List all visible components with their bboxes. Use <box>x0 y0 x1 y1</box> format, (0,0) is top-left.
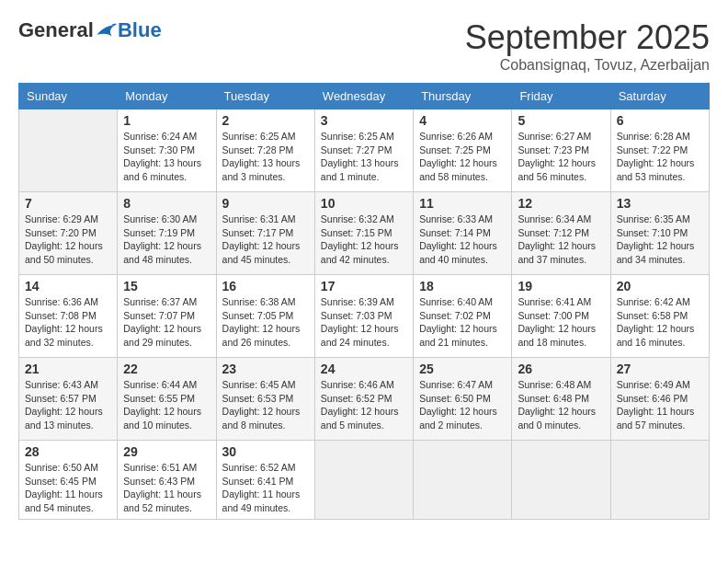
daylight-label: Daylight: 12 hours and 13 minutes. <box>25 406 103 431</box>
sunset-label: Sunset: 6:43 PM <box>123 476 195 487</box>
calendar-cell: 30 Sunrise: 6:52 AM Sunset: 6:41 PM Dayl… <box>216 441 314 520</box>
calendar-cell: 10 Sunrise: 6:32 AM Sunset: 7:15 PM Dayl… <box>314 192 413 275</box>
day-info: Sunrise: 6:37 AM Sunset: 7:07 PM Dayligh… <box>123 295 210 350</box>
day-info: Sunrise: 6:52 AM Sunset: 6:41 PM Dayligh… <box>222 461 309 515</box>
sunrise-label: Sunrise: 6:29 AM <box>25 213 98 224</box>
calendar-cell: 1 Sunrise: 6:24 AM Sunset: 7:30 PM Dayli… <box>118 109 216 192</box>
calendar-cell: 23 Sunrise: 6:45 AM Sunset: 6:53 PM Dayl… <box>216 358 314 441</box>
day-number: 16 <box>222 279 309 293</box>
calendar-cell: 5 Sunrise: 6:27 AM Sunset: 7:23 PM Dayli… <box>512 109 610 192</box>
sunset-label: Sunset: 7:02 PM <box>419 310 491 321</box>
day-number: 27 <box>617 362 703 376</box>
calendar-cell: 29 Sunrise: 6:51 AM Sunset: 6:43 PM Dayl… <box>118 441 216 520</box>
day-number: 17 <box>321 279 407 293</box>
daylight-label: Daylight: 12 hours and 21 minutes. <box>419 323 497 348</box>
day-number: 23 <box>222 362 309 376</box>
calendar-header-sunday: Sunday <box>19 84 118 109</box>
calendar-cell: 13 Sunrise: 6:35 AM Sunset: 7:10 PM Dayl… <box>610 192 709 275</box>
sunrise-label: Sunrise: 6:25 AM <box>222 131 296 142</box>
daylight-label: Daylight: 12 hours and 40 minutes. <box>419 240 497 265</box>
day-number: 29 <box>123 444 210 459</box>
sunset-label: Sunset: 7:30 PM <box>123 144 195 155</box>
sunrise-label: Sunrise: 6:52 AM <box>222 462 296 473</box>
daylight-label: Daylight: 11 hours and 49 minutes. <box>222 488 301 513</box>
sunset-label: Sunset: 6:46 PM <box>617 393 688 404</box>
sunrise-label: Sunrise: 6:40 AM <box>419 296 493 307</box>
day-info: Sunrise: 6:34 AM Sunset: 7:12 PM Dayligh… <box>518 213 604 267</box>
daylight-label: Daylight: 12 hours and 56 minutes. <box>518 157 596 182</box>
daylight-label: Daylight: 13 hours and 3 minutes. <box>222 157 301 182</box>
day-info: Sunrise: 6:41 AM Sunset: 7:00 PM Dayligh… <box>518 295 604 350</box>
day-number: 22 <box>123 362 210 376</box>
calendar-cell: 26 Sunrise: 6:48 AM Sunset: 6:48 PM Dayl… <box>512 358 610 441</box>
sunset-label: Sunset: 7:19 PM <box>123 227 195 238</box>
calendar-cell: 21 Sunrise: 6:43 AM Sunset: 6:57 PM Dayl… <box>19 358 118 441</box>
sunrise-label: Sunrise: 6:36 AM <box>25 296 98 307</box>
day-info: Sunrise: 6:25 AM Sunset: 7:28 PM Dayligh… <box>222 130 309 184</box>
day-number: 1 <box>123 113 210 128</box>
day-info: Sunrise: 6:36 AM Sunset: 7:08 PM Dayligh… <box>25 295 111 350</box>
day-info: Sunrise: 6:29 AM Sunset: 7:20 PM Dayligh… <box>25 213 111 267</box>
sunset-label: Sunset: 7:17 PM <box>222 227 294 238</box>
daylight-label: Daylight: 12 hours and 26 minutes. <box>222 323 301 348</box>
sunset-label: Sunset: 7:15 PM <box>321 227 392 238</box>
calendar-cell: 24 Sunrise: 6:46 AM Sunset: 6:52 PM Dayl… <box>314 358 413 441</box>
daylight-label: Daylight: 12 hours and 45 minutes. <box>222 240 301 265</box>
day-number: 2 <box>222 113 309 128</box>
sunset-label: Sunset: 6:57 PM <box>25 393 97 404</box>
calendar-cell: 22 Sunrise: 6:44 AM Sunset: 6:55 PM Dayl… <box>118 358 216 441</box>
day-info: Sunrise: 6:26 AM Sunset: 7:25 PM Dayligh… <box>419 130 506 184</box>
calendar-header-monday: Monday <box>118 84 216 109</box>
sunset-label: Sunset: 6:50 PM <box>419 393 491 404</box>
day-number: 20 <box>617 279 703 293</box>
calendar-cell: 11 Sunrise: 6:33 AM Sunset: 7:14 PM Dayl… <box>414 192 512 275</box>
sunrise-label: Sunrise: 6:39 AM <box>321 296 394 307</box>
day-number: 3 <box>321 113 407 128</box>
day-info: Sunrise: 6:25 AM Sunset: 7:27 PM Dayligh… <box>321 130 407 184</box>
calendar-cell <box>610 441 709 520</box>
sunrise-label: Sunrise: 6:43 AM <box>25 379 98 390</box>
sunset-label: Sunset: 7:25 PM <box>419 144 491 155</box>
day-info: Sunrise: 6:51 AM Sunset: 6:43 PM Dayligh… <box>123 461 210 515</box>
calendar-cell: 28 Sunrise: 6:50 AM Sunset: 6:45 PM Dayl… <box>19 441 118 520</box>
calendar-cell: 2 Sunrise: 6:25 AM Sunset: 7:28 PM Dayli… <box>216 109 314 192</box>
day-number: 13 <box>617 196 703 211</box>
day-info: Sunrise: 6:39 AM Sunset: 7:03 PM Dayligh… <box>321 295 407 350</box>
calendar-cell: 16 Sunrise: 6:38 AM Sunset: 7:05 PM Dayl… <box>216 275 314 358</box>
day-number: 11 <box>419 196 506 211</box>
sunrise-label: Sunrise: 6:44 AM <box>123 379 197 390</box>
sunset-label: Sunset: 7:22 PM <box>617 144 688 155</box>
sunset-label: Sunset: 6:55 PM <box>123 393 195 404</box>
calendar-week-row: 21 Sunrise: 6:43 AM Sunset: 6:57 PM Dayl… <box>19 358 710 441</box>
calendar-header-friday: Friday <box>512 84 610 109</box>
daylight-label: Daylight: 12 hours and 37 minutes. <box>518 240 596 265</box>
calendar-week-row: 14 Sunrise: 6:36 AM Sunset: 7:08 PM Dayl… <box>19 275 710 358</box>
calendar-cell: 7 Sunrise: 6:29 AM Sunset: 7:20 PM Dayli… <box>19 192 118 275</box>
sunset-label: Sunset: 7:23 PM <box>518 144 589 155</box>
sunrise-label: Sunrise: 6:47 AM <box>419 379 493 390</box>
sunset-label: Sunset: 7:20 PM <box>25 227 97 238</box>
sunrise-label: Sunrise: 6:42 AM <box>617 296 690 307</box>
sunset-label: Sunset: 7:27 PM <box>321 144 392 155</box>
sunrise-label: Sunrise: 6:34 AM <box>518 213 591 224</box>
calendar-cell: 12 Sunrise: 6:34 AM Sunset: 7:12 PM Dayl… <box>512 192 610 275</box>
sunrise-label: Sunrise: 6:35 AM <box>617 213 690 224</box>
sunrise-label: Sunrise: 6:33 AM <box>419 213 493 224</box>
day-number: 24 <box>321 362 407 376</box>
calendar-cell: 8 Sunrise: 6:30 AM Sunset: 7:19 PM Dayli… <box>118 192 216 275</box>
daylight-label: Daylight: 13 hours and 1 minute. <box>321 157 399 182</box>
sunset-label: Sunset: 7:05 PM <box>222 310 294 321</box>
day-info: Sunrise: 6:31 AM Sunset: 7:17 PM Dayligh… <box>222 213 309 267</box>
daylight-label: Daylight: 12 hours and 16 minutes. <box>617 323 695 348</box>
sunset-label: Sunset: 6:45 PM <box>25 476 97 487</box>
daylight-label: Daylight: 12 hours and 5 minutes. <box>321 406 399 431</box>
logo: General Blue <box>18 18 162 42</box>
day-info: Sunrise: 6:49 AM Sunset: 6:46 PM Dayligh… <box>617 378 703 432</box>
day-info: Sunrise: 6:28 AM Sunset: 7:22 PM Dayligh… <box>617 130 703 184</box>
calendar-cell: 20 Sunrise: 6:42 AM Sunset: 6:58 PM Dayl… <box>610 275 709 358</box>
daylight-label: Daylight: 12 hours and 8 minutes. <box>222 406 301 431</box>
calendar-header-tuesday: Tuesday <box>216 84 314 109</box>
day-number: 21 <box>25 362 111 376</box>
daylight-label: Daylight: 11 hours and 54 minutes. <box>25 488 103 513</box>
daylight-label: Daylight: 12 hours and 58 minutes. <box>419 157 497 182</box>
